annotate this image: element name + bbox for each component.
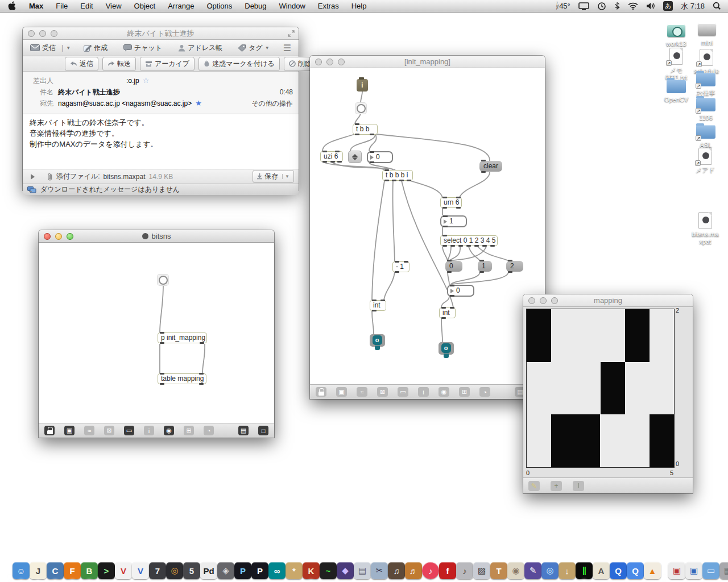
max-message-0[interactable]: 0: [445, 261, 462, 272]
dock-jitter-cube-icon[interactable]: ◈: [217, 562, 234, 579]
dock-vnc-1-icon[interactable]: V: [115, 562, 132, 579]
white-panel-icon[interactable]: □: [258, 426, 268, 435]
minimize-button[interactable]: [39, 30, 46, 37]
dock-installer-icon[interactable]: ↓: [559, 562, 576, 579]
get-mail-button[interactable]: 受信: [27, 42, 59, 54]
dock-paint-app-icon[interactable]: ✎: [524, 562, 541, 579]
max-number-box[interactable]: 1: [440, 215, 467, 227]
mapping-titlebar[interactable]: mapping: [523, 294, 693, 307]
max-incdec-object[interactable]: [348, 151, 362, 163]
dock-tool-hammer-icon[interactable]: T: [490, 562, 507, 579]
dock-keychain-locks-icon[interactable]: K: [303, 562, 320, 579]
expand-icon[interactable]: [288, 28, 295, 39]
max-message-1[interactable]: 1: [478, 261, 492, 272]
dock-quicktime-icon[interactable]: Q: [610, 562, 627, 579]
table-editor[interactable]: [526, 309, 675, 468]
max-object-int-left[interactable]: int: [370, 300, 386, 311]
desktop-icon-mini[interactable]: mini: [686, 20, 727, 47]
max-number-box[interactable]: 0: [447, 285, 474, 297]
dock-trash-icon[interactable]: ▦: [719, 562, 728, 579]
inspector-icon[interactable]: i: [418, 387, 429, 397]
save-attachment-button[interactable]: 保存 ▼: [253, 170, 294, 183]
dock-documents-folder-icon[interactable]: ▭: [702, 562, 719, 579]
minimize-button[interactable]: [540, 297, 547, 304]
desktop-icon-1106[interactable]: ↗1106: [685, 95, 726, 122]
menu-item-window[interactable]: Window: [273, 0, 312, 13]
dock-app-spool-icon[interactable]: A: [593, 562, 610, 579]
inspector-icon[interactable]: i: [144, 426, 154, 435]
desktop-icon-bitsns-maxpat[interactable]: bitsns.maxpat: [685, 212, 726, 245]
more-actions-link[interactable]: その他の操作: [251, 99, 293, 109]
dock-vnc-2-icon[interactable]: V: [132, 562, 149, 579]
minimize-button[interactable]: [326, 59, 333, 65]
pencil-tool-icon[interactable]: ✎: [528, 481, 540, 491]
tag-button[interactable]: タグ ▼: [235, 42, 272, 54]
patcher-titlebar[interactable]: [init_mapping]: [310, 56, 545, 68]
dock-oscilloscope-icon[interactable]: ~: [320, 562, 337, 579]
dock-music-headphones-icon[interactable]: ♪: [456, 562, 473, 579]
split-view-icon[interactable]: ▤: [238, 426, 249, 435]
dock-blue-glow-app-icon[interactable]: ◎: [541, 562, 559, 579]
dock-pixel-app-icon[interactable]: ◆: [337, 562, 354, 579]
dock-camino-icon[interactable]: C: [47, 562, 64, 579]
dock-finder-icon[interactable]: ☺: [13, 562, 30, 579]
max-object-table[interactable]: table mapping: [158, 373, 206, 384]
lock-icon[interactable]: [44, 426, 55, 435]
max-number-box[interactable]: 0: [367, 151, 393, 163]
dock-firefox-icon[interactable]: F: [64, 562, 81, 579]
dock-garageband-icon[interactable]: ♬: [405, 562, 422, 579]
table-cell[interactable]: [650, 414, 674, 467]
console-icon[interactable]: ◔: [204, 426, 214, 435]
star-filled-icon[interactable]: ★: [195, 99, 202, 107]
disclosure-triangle[interactable]: [31, 174, 35, 180]
dock-quicktime-7-icon[interactable]: Q: [627, 562, 644, 579]
menu-item-debug[interactable]: Debug: [238, 0, 272, 13]
table-cell[interactable]: [601, 362, 625, 415]
zoom-button[interactable]: [51, 30, 57, 37]
grid-icon[interactable]: ⊞: [184, 426, 194, 435]
max-object-subpatch[interactable]: p init_mapping: [158, 332, 207, 343]
apple-menu[interactable]: [0, 1, 23, 11]
max-outlet-object[interactable]: [370, 334, 385, 347]
add-tool-icon[interactable]: +: [551, 481, 562, 491]
menu-item-file[interactable]: File: [49, 0, 74, 13]
max-inlet-object[interactable]: i: [357, 79, 368, 92]
dock-doc-window-2-icon[interactable]: ▣: [685, 562, 702, 579]
attachment-filename[interactable]: bitsns.maxpat: [103, 173, 145, 181]
dock-film-clapper-icon[interactable]: ▨: [473, 562, 490, 579]
compose-button[interactable]: 作成: [81, 42, 110, 54]
patch-cords-icon[interactable]: ≈: [84, 426, 94, 435]
presentation-icon[interactable]: ▭: [124, 426, 134, 435]
minimize-button[interactable]: [55, 233, 62, 240]
menu-item-edit[interactable]: Edit: [74, 0, 99, 13]
close-button[interactable]: [28, 30, 35, 37]
junk-button[interactable]: 迷惑マークを付ける: [198, 57, 279, 71]
bitsns-canvas[interactable]: p init_mapping table mapping: [39, 243, 274, 423]
archive-button[interactable]: アーカイブ: [140, 57, 195, 71]
dock-jedit-icon[interactable]: J: [30, 562, 47, 579]
patcher-canvas[interactable]: i t b b uzi 6 0 clear t b b b i urn 6 1 …: [310, 68, 545, 384]
menu-item-options[interactable]: Options: [200, 0, 238, 13]
presentation-icon[interactable]: ▭: [398, 387, 408, 397]
mail-titlebar[interactable]: 終末バイト戦士進捗: [23, 27, 299, 40]
exclude-icon[interactable]: ⊠: [104, 426, 114, 435]
table-cell[interactable]: [527, 309, 551, 362]
dock-processing-3-icon[interactable]: P: [251, 562, 268, 579]
menu-item-max[interactable]: Max: [23, 0, 49, 13]
star-outline-icon[interactable]: ☆: [143, 76, 150, 85]
dock-terminal-icon[interactable]: >: [98, 562, 115, 579]
menu-item-view[interactable]: View: [100, 0, 128, 13]
max-object-tbb[interactable]: t b b: [353, 124, 378, 135]
dock-film-editor-icon[interactable]: ✂: [371, 562, 388, 579]
probe-icon[interactable]: ◉: [164, 426, 174, 435]
desktop-icon-meado[interactable]: ↗メアド: [685, 148, 726, 174]
dock-iphoto-icon[interactable]: ◉: [507, 562, 524, 579]
dock-itunes-icon[interactable]: ♪: [422, 562, 439, 579]
dock-flash-icon[interactable]: f: [439, 562, 456, 579]
max-object-minus[interactable]: - 1: [392, 261, 410, 272]
spotlight-icon[interactable]: [713, 2, 721, 10]
get-mail-dropdown[interactable]: ▼: [66, 45, 71, 51]
zoom-button[interactable]: [338, 59, 345, 65]
ime-input-icon[interactable]: あ: [663, 1, 673, 11]
menu-item-extras[interactable]: Extras: [312, 0, 345, 13]
